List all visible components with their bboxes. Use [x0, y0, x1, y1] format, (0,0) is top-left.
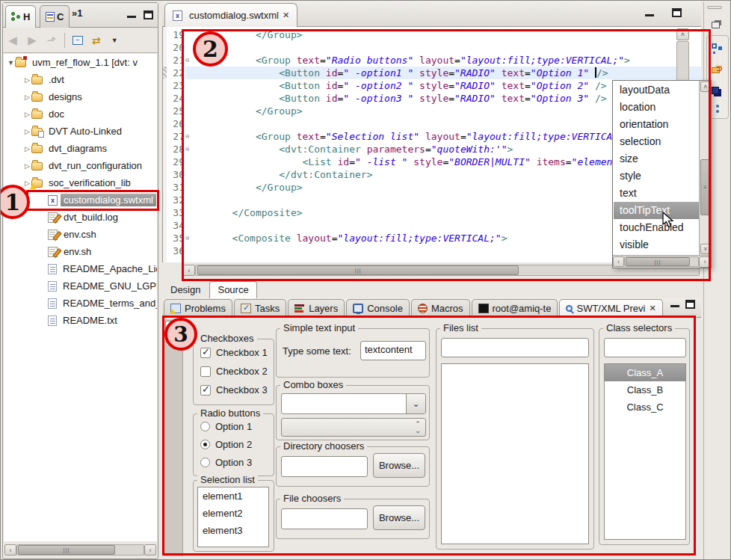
editor-tab-customdialog[interactable]: x customdialog.swtxml ✕: [164, 3, 297, 27]
list-item-class_b[interactable]: Class_B: [605, 381, 685, 399]
link-with-editor-icon[interactable]: ⇄: [92, 34, 101, 46]
tab-swt-xml-previ[interactable]: SWT/XML Previ✕: [559, 299, 662, 317]
editor-maximize-button[interactable]: [672, 8, 682, 17]
outline-view-icon[interactable]: [712, 43, 717, 49]
bottom-maximize-button[interactable]: [685, 301, 695, 309]
radio-selected-icon[interactable]: [200, 440, 210, 449]
scroll-right-button[interactable]: ›: [144, 544, 156, 556]
tab-layers[interactable]: Layers: [288, 299, 345, 317]
radio-row[interactable]: Option 3: [200, 457, 252, 468]
editor-minimize-button[interactable]: [645, 10, 654, 16]
spinner-up-down-icon[interactable]: ⌃⌄: [410, 419, 425, 436]
tab-overflow-indicator[interactable]: »1: [72, 7, 82, 19]
text-input-field[interactable]: textcontent: [360, 341, 426, 360]
tab-macros[interactable]: Macros: [411, 299, 470, 317]
tab-tasks[interactable]: Tasks: [234, 299, 286, 317]
restore-view-icon[interactable]: [712, 22, 720, 28]
combo-box-1[interactable]: ⌄: [281, 393, 426, 414]
tree-item-dvt-auto-linked[interactable]: ▷DVT Auto-Linked: [4, 123, 157, 140]
code-line[interactable]: </Group>: [185, 28, 701, 41]
bottom-minimize-button[interactable]: [670, 301, 679, 309]
directory-path-field[interactable]: [281, 456, 368, 477]
trim-grip-handle[interactable]: [707, 6, 722, 9]
autocomplete-item-selection[interactable]: selection: [614, 133, 699, 150]
tab-problems[interactable]: Problems: [164, 299, 232, 317]
checkbox-row[interactable]: Checkbox 2: [200, 366, 268, 377]
scroll-right-button[interactable]: ›: [699, 256, 711, 268]
radio-unselected-icon[interactable]: [200, 422, 210, 431]
tab-design[interactable]: Design: [162, 281, 209, 298]
tree-item-soc-verification-lib[interactable]: ▷soc_verification_lib: [4, 174, 157, 191]
tab-root-amiq-te[interactable]: root@amiq-te: [472, 299, 558, 317]
tab-hierarchy[interactable]: H: [5, 5, 36, 28]
file-path-field[interactable]: [281, 508, 368, 529]
tab-source[interactable]: Source: [209, 281, 256, 298]
scroll-left-button[interactable]: ‹: [4, 544, 16, 556]
code-line[interactable]: <Group text="Radio buttons" layout="layo…: [185, 54, 701, 67]
tree-item-env-sh[interactable]: env.sh: [4, 243, 157, 260]
expand-arrow-icon[interactable]: ▷: [23, 93, 31, 101]
explorer-hscrollbar[interactable]: ‹ ||| ›: [4, 544, 156, 556]
scroll-left-button[interactable]: ‹: [613, 256, 624, 267]
list-item-element3[interactable]: element3: [198, 522, 268, 539]
windows-view-icon[interactable]: [712, 87, 719, 94]
autocomplete-item-size[interactable]: size: [614, 150, 699, 167]
radio-row[interactable]: Option 2: [200, 439, 252, 450]
tree-item-readme-gnu-lgpl-[interactable]: README_GNU_LGPL_: [4, 277, 157, 295]
checkbox-row[interactable]: Checkbox 1: [200, 347, 268, 358]
scroll-up-button[interactable]: ˄: [700, 81, 711, 92]
back-arrow-icon[interactable]: ◀: [3, 34, 22, 47]
list-item-class_c[interactable]: Class_C: [605, 399, 685, 416]
checkbox-unchecked-icon[interactable]: [200, 366, 211, 377]
list-item-element2[interactable]: element2: [198, 505, 268, 522]
dvt-folders-icon[interactable]: [712, 67, 720, 73]
browse-file-button[interactable]: Browse...: [373, 505, 425, 530]
list-item-element1[interactable]: element1: [198, 487, 268, 505]
autocomplete-item-location[interactable]: location: [614, 99, 699, 116]
autocomplete-item-orientation[interactable]: orientation: [614, 116, 699, 133]
files-listbox[interactable]: [441, 363, 589, 544]
scroll-left-button[interactable]: ‹: [183, 265, 195, 276]
tree-item-customdialog-swtxml[interactable]: xcustomdialog.swtxml: [4, 191, 157, 209]
close-icon[interactable]: ✕: [649, 304, 656, 313]
tree-item-designs[interactable]: ▷designs: [4, 88, 157, 105]
browse-directory-button[interactable]: Browse...: [373, 453, 425, 478]
tree-item-uvm-ref-flow-1-1-dvt-v[interactable]: ▼uvm_ref_flow_1.1 [dvt: v: [4, 54, 157, 71]
autocomplete-item-text[interactable]: text: [614, 185, 699, 202]
tree-item-readme-terms-and-[interactable]: README_terms_and_: [4, 295, 157, 312]
code-line[interactable]: [185, 41, 701, 54]
tree-item-readme-apache-lice[interactable]: README_Apache_Lice: [4, 260, 157, 277]
checkbox-row[interactable]: Checkbox 3: [200, 384, 268, 396]
selection-listbox[interactable]: element1element2element3: [197, 487, 269, 547]
tree-item-readme-txt[interactable]: README.txt: [4, 312, 157, 329]
autocomplete-item-toolTipText[interactable]: toolTipText: [614, 202, 699, 219]
radio-unselected-icon[interactable]: [200, 458, 210, 467]
files-filter-field[interactable]: [441, 338, 589, 357]
tree-item-env-csh[interactable]: env.csh: [4, 226, 157, 243]
checkbox-checked-icon[interactable]: [200, 348, 211, 358]
expand-arrow-icon[interactable]: ▷: [23, 76, 31, 84]
expand-arrow-icon[interactable]: ▷: [23, 128, 31, 135]
palette-add-icon[interactable]: +: [165, 321, 177, 333]
collapse-all-icon[interactable]: −: [73, 36, 83, 45]
autocomplete-item-style[interactable]: style: [614, 167, 699, 185]
close-icon[interactable]: ✕: [283, 10, 289, 20]
expand-arrow-icon[interactable]: ▷: [23, 162, 31, 170]
tree-item-dvt-diagrams[interactable]: ▷dvt_diagrams: [4, 140, 157, 157]
chevron-down-icon[interactable]: ⌄: [406, 394, 425, 413]
autocomplete-item-layoutData[interactable]: layoutData: [614, 81, 699, 99]
forward-arrow-icon[interactable]: ▶: [22, 34, 42, 47]
tree-item--dvt[interactable]: ▷.dvt: [4, 71, 157, 88]
radio-row[interactable]: Option 1: [200, 421, 252, 432]
expand-arrow-icon[interactable]: ▷: [23, 111, 31, 118]
popup-vscrollbar[interactable]: ˄ ≡ ˅: [699, 81, 711, 255]
up-navigate-icon[interactable]: ⬏: [42, 34, 61, 47]
code-line[interactable]: <Button id=" -option1 " style="RADIO" te…: [185, 67, 701, 79]
popup-hscrollbar[interactable]: ‹ ||| ›: [613, 255, 711, 268]
expand-arrow-icon[interactable]: ▷: [23, 145, 31, 153]
tree-item-doc[interactable]: ▷doc: [4, 105, 157, 123]
class-listbox[interactable]: Class_AClass_BClass_C: [604, 363, 686, 540]
class-filter-field[interactable]: [604, 338, 686, 357]
scroll-down-button[interactable]: ˅: [700, 244, 711, 254]
tree-item-dvt-build-log[interactable]: dvt_build.log: [4, 209, 157, 226]
